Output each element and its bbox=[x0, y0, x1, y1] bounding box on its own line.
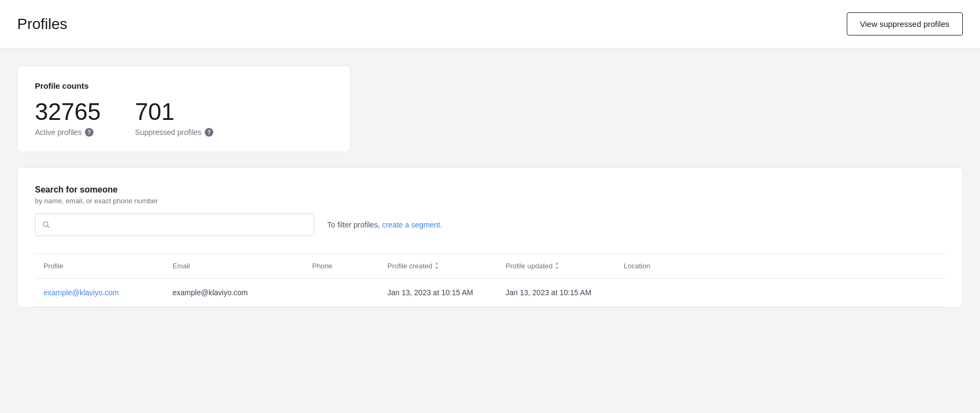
col-header-profile: Profile bbox=[35, 254, 164, 279]
col-header-profile-created[interactable]: Profile created ▲ ▼ bbox=[379, 254, 497, 279]
page-title: Profiles bbox=[17, 16, 67, 33]
active-profiles-label: Active profiles ? bbox=[35, 128, 100, 137]
main-content: Profile counts 32765 Active profiles ? 7… bbox=[0, 48, 980, 413]
cell-location bbox=[615, 279, 945, 307]
sort-arrows-created: ▲ ▼ bbox=[435, 261, 439, 270]
search-row: To filter profiles, create a segment. bbox=[35, 213, 945, 236]
suppressed-profiles-info-icon[interactable]: ? bbox=[205, 128, 213, 137]
search-input[interactable] bbox=[55, 220, 307, 229]
active-profiles-count: 32765 bbox=[35, 99, 100, 125]
search-icon bbox=[42, 220, 51, 229]
suppressed-profiles-label: Suppressed profiles ? bbox=[135, 128, 213, 137]
search-table-card: Search for someone by name, email, or ex… bbox=[17, 167, 963, 308]
svg-point-0 bbox=[43, 222, 48, 227]
profile-counts-card: Profile counts 32765 Active profiles ? 7… bbox=[17, 66, 350, 152]
active-profiles-info-icon[interactable]: ? bbox=[85, 128, 93, 137]
search-section-subtitle: by name, email, or exact phone number bbox=[35, 197, 945, 205]
table-body: example@klaviyo.com example@klaviyo.com … bbox=[35, 279, 945, 307]
col-header-email: Email bbox=[164, 254, 304, 279]
search-section-title: Search for someone bbox=[35, 185, 945, 195]
table-row: example@klaviyo.com example@klaviyo.com … bbox=[35, 279, 945, 307]
table-header: Profile Email Phone Profile created ▲ bbox=[35, 254, 945, 279]
cell-email: example@klaviyo.com bbox=[164, 279, 304, 307]
filter-text: To filter profiles, create a segment. bbox=[327, 220, 442, 229]
cell-profile: example@klaviyo.com bbox=[35, 279, 164, 307]
active-profiles-item: 32765 Active profiles ? bbox=[35, 99, 100, 137]
profile-counts-title: Profile counts bbox=[35, 81, 333, 90]
col-header-profile-updated[interactable]: Profile updated ▲ ▼ bbox=[497, 254, 615, 279]
search-input-wrapper bbox=[35, 213, 314, 236]
suppressed-profiles-item: 701 Suppressed profiles ? bbox=[135, 99, 213, 137]
col-header-phone: Phone bbox=[304, 254, 379, 279]
cell-profile-updated: Jan 13, 2023 at 10:15 AM bbox=[497, 279, 615, 307]
profiles-table: Profile Email Phone Profile created ▲ bbox=[35, 253, 945, 307]
sort-arrows-updated: ▲ ▼ bbox=[554, 261, 559, 270]
view-suppressed-button[interactable]: View suppressed profiles bbox=[847, 12, 963, 35]
svg-line-1 bbox=[47, 226, 49, 228]
counts-row: 32765 Active profiles ? 701 Suppressed p… bbox=[35, 99, 333, 137]
cell-phone bbox=[304, 279, 379, 307]
create-segment-link[interactable]: create a segment. bbox=[382, 220, 442, 229]
top-header: Profiles View suppressed profiles bbox=[0, 0, 980, 48]
suppressed-profiles-count: 701 bbox=[135, 99, 213, 125]
profile-link[interactable]: example@klaviyo.com bbox=[44, 288, 119, 297]
cell-profile-created: Jan 13, 2023 at 10:15 AM bbox=[379, 279, 497, 307]
col-header-location: Location bbox=[615, 254, 945, 279]
